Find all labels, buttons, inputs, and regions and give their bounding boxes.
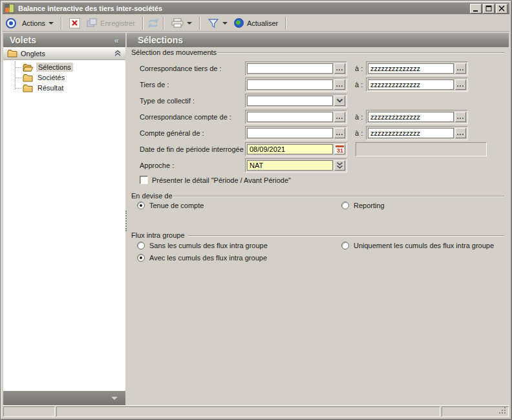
toolbar-separator (199, 17, 200, 30)
field-label: Type de collectif : (140, 94, 195, 108)
radio-icon[interactable] (341, 202, 349, 209)
maximize-icon (485, 5, 493, 12)
radio-uniquement-cumuls[interactable]: Uniquement les cumuls des flux intra gro… (341, 242, 494, 249)
tree-connector (15, 78, 21, 78)
filter-button[interactable] (204, 17, 222, 30)
onglets-bar[interactable]: Onglets (3, 47, 125, 60)
tiers-a-field: ... (366, 78, 468, 92)
group-line (188, 235, 504, 236)
refresh-icon[interactable] (147, 18, 159, 28)
printer-icon (171, 18, 184, 28)
chevron-down-icon (222, 22, 228, 25)
compte-general-a-input[interactable] (368, 128, 454, 138)
to-label: à : (355, 78, 363, 92)
refresh-label: Actualiser (247, 19, 278, 27)
calendar-button[interactable]: 31 (334, 144, 345, 154)
radio-label: Sans les cumuls des flux intra groupe (149, 242, 268, 249)
resize-grip[interactable] (499, 407, 506, 414)
date-fin-periode-input[interactable] (247, 144, 333, 154)
main-header-title: Sélections (138, 35, 183, 45)
compte-general-de-field: ... (245, 126, 347, 140)
onglets-title: Onglets (21, 50, 45, 58)
minimize-button[interactable] (470, 4, 482, 14)
tree-connector (15, 88, 21, 89)
tiers-de-lookup-button[interactable]: ... (334, 79, 345, 90)
radio-sans-cumuls[interactable]: Sans les cumuls des flux intra groupe (137, 242, 268, 249)
approche-dropdown-button[interactable] (334, 160, 345, 171)
sidebar: Volets « Onglets Sélections (3, 33, 125, 405)
field-label: Approche : (140, 158, 174, 173)
close-icon (498, 5, 506, 12)
tiers-a-lookup-button[interactable]: ... (455, 79, 466, 90)
field-label: Correspondance compte de : (140, 110, 231, 124)
corr-compte-a-input[interactable] (368, 112, 454, 122)
chevron-down-icon (48, 22, 54, 25)
print-button[interactable] (168, 17, 187, 29)
compte-general-a-field: ... (366, 126, 468, 140)
radio-icon[interactable] (341, 242, 349, 249)
maximize-button[interactable] (483, 4, 495, 14)
radio-label: Reporting (354, 202, 385, 209)
corr-tiers-a-lookup-button[interactable]: ... (455, 63, 466, 74)
folder-icon (23, 74, 33, 82)
sidebar-header-title: Volets (10, 35, 36, 45)
type-collectif-dropdown-button[interactable] (334, 96, 345, 106)
minimize-icon (472, 5, 480, 12)
corr-compte-de-input[interactable] (247, 112, 333, 122)
save-button[interactable]: Enregistrer (83, 17, 138, 29)
compte-general-de-lookup-button[interactable]: ... (334, 128, 345, 138)
main-header: Sélections (127, 33, 509, 47)
red-x-icon (69, 18, 80, 28)
corr-compte-a-lookup-button[interactable]: ... (455, 112, 466, 122)
radio-tenue-de-compte[interactable]: Tenue de compte (137, 202, 204, 209)
tree-item-selections[interactable]: Sélections (3, 62, 125, 72)
chevron-double-up-icon[interactable] (114, 50, 122, 57)
tree-item-resultat[interactable]: Résultat (3, 83, 125, 93)
radio-icon[interactable] (137, 202, 145, 209)
radio-icon[interactable] (137, 242, 145, 249)
tree-item-label: Résultat (36, 83, 65, 92)
field-label: Tiers de : (140, 78, 169, 92)
folder-icon (23, 84, 33, 92)
tree-item-label: Sélections (36, 63, 73, 72)
chevron-down-icon (111, 397, 118, 400)
checkbox-icon[interactable] (140, 176, 148, 184)
delete-button[interactable] (66, 17, 83, 30)
radio-avec-cumuls[interactable]: Avec les cumuls des flux intra groupe (137, 254, 267, 262)
tiers-de-input[interactable] (247, 79, 333, 90)
approche-field (245, 158, 347, 173)
compte-general-a-lookup-button[interactable]: ... (455, 128, 466, 138)
type-collectif-input[interactable] (247, 96, 333, 106)
radio-icon[interactable] (137, 254, 145, 262)
app-icon (5, 4, 14, 13)
corr-tiers-de-input[interactable] (247, 63, 333, 74)
main-panel: Sélections Sélection des mouvements Corr… (127, 33, 509, 405)
date-fin-periode-field: 31 (245, 142, 347, 156)
type-collectif-field (245, 94, 347, 108)
tree-item-societes[interactable]: Sociétés (3, 72, 125, 83)
print-options-button[interactable] (187, 21, 195, 26)
radio-reporting[interactable]: Reporting (341, 202, 385, 209)
tiers-a-input[interactable] (368, 79, 454, 90)
corr-compte-de-lookup-button[interactable]: ... (334, 112, 345, 122)
collapse-panel-icon[interactable]: « (114, 36, 119, 45)
refresh-data-button[interactable]: Actualiser (231, 17, 281, 29)
toolbar: Actions Enregistrer (3, 15, 509, 32)
title-bar: Balance interactive des tiers inter-soci… (3, 3, 509, 14)
filter-funnel-icon (208, 18, 219, 28)
compte-general-de-input[interactable] (247, 128, 333, 138)
detail-periode-option[interactable]: Présenter le détail "Période / Avant Pér… (140, 176, 291, 184)
sidebar-footer-bar[interactable] (3, 391, 125, 405)
corr-tiers-de-lookup-button[interactable]: ... (334, 63, 345, 74)
group-line (173, 196, 504, 197)
actions-menu-button[interactable]: Actions (19, 18, 57, 28)
folder-icon (7, 49, 17, 58)
corr-tiers-a-input[interactable] (368, 63, 454, 74)
tiers-de-field: ... (245, 78, 347, 92)
toolbar-separator (163, 17, 164, 30)
field-label: Correspondance tiers de : (140, 61, 222, 76)
tree-item-label: Sociétés (36, 73, 67, 82)
filter-options-button[interactable] (222, 21, 231, 26)
close-button[interactable] (496, 4, 507, 14)
approche-input[interactable] (247, 160, 333, 171)
